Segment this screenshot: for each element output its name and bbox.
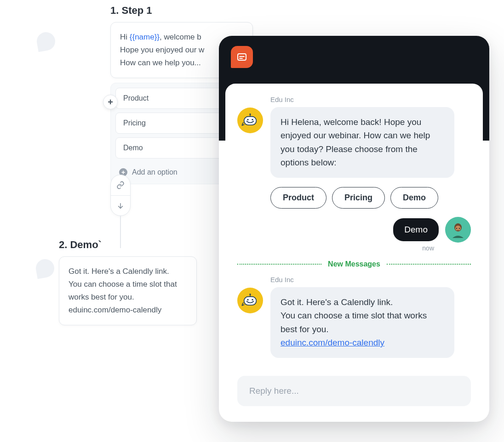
link-icon[interactable] [111,175,130,195]
message-timestamp: now [237,244,434,252]
user-message-row: Demo [237,217,471,243]
quick-reply-demo[interactable]: Demo [390,187,438,209]
step-2-l1: Got it. Here's a Calendly link. [69,267,169,276]
quick-reply-product[interactable]: Product [270,187,326,209]
divider-label: New Messages [328,260,380,268]
bot-message-bubble: Hi Helena, welcome back! Hope you enjoye… [270,107,454,178]
sender-label: Edu Inc [270,276,471,283]
step-2-message-card[interactable]: Got it. Here's a Calendly link. You can … [59,256,197,325]
bot-msg2-l2: You can choose a time slot that works be… [281,311,427,334]
flow-connector [110,175,131,248]
decor-blob [34,258,56,279]
bot-message-group: Edu Inc Got it. Here's a Calendly link. … [237,276,471,358]
reply-input[interactable] [249,386,459,396]
divider-line [237,264,321,265]
svg-point-7 [252,119,253,120]
bot-msg2-l1: Got it. Here's a Calendly link. [281,297,393,307]
bot-message-group: Edu Inc Hi Helena, welcome back! Hope yo… [237,96,471,178]
template-token-name: {{name}} [130,33,160,41]
reply-input-container [237,376,471,406]
step-2-l4: eduinc.com/demo-calendly [69,306,161,314]
user-message-bubble: Demo [393,218,439,241]
step-1-msg-l2: Hope you enjoyed our w [120,45,204,54]
add-option-label: Add an option [132,168,178,176]
sender-label: Edu Inc [270,96,471,103]
divider-line [387,264,471,265]
step-1-msg-prefix: Hi [120,33,130,41]
decor-blob [35,31,57,52]
brand-logo [231,46,253,68]
bot-avatar-icon [237,108,263,133]
svg-point-11 [456,228,457,229]
user-avatar [445,217,471,243]
arrow-down-icon[interactable] [111,195,130,215]
step-2-l3: works best for you. [69,293,134,301]
svg-point-17 [252,299,253,300]
bot-message-bubble: Got it. Here's a Calendly link. You can … [270,287,454,358]
calendly-link[interactable]: eduinc.com/demo-calendly [281,338,384,347]
bot-avatar-icon [237,288,263,313]
chat-widget: Edu Inc Hi Helena, welcome back! Hope yo… [219,36,489,422]
svg-point-14 [249,294,251,295]
step-2-title: 2. Demo` [59,239,197,251]
add-step-button[interactable]: + [103,95,118,109]
flow-step-2: 2. Demo` Got it. Here's a Calendly link.… [8,239,197,325]
svg-point-12 [459,228,460,229]
svg-rect-3 [244,117,257,125]
svg-point-16 [247,299,248,300]
quick-reply-pricing[interactable]: Pricing [332,187,385,209]
step-1-msg-l3: How can we help you... [120,58,201,67]
step-2-l2: You can choose a time slot that [69,280,177,289]
chat-body: Edu Inc Hi Helena, welcome back! Hope yo… [225,84,483,415]
new-messages-divider: New Messages [237,260,471,268]
step-1-title: 1. Step 1 [110,5,253,17]
quick-reply-chips: Product Pricing Demo [270,187,471,209]
svg-point-6 [247,119,248,120]
svg-rect-13 [244,296,257,305]
svg-point-10 [455,226,461,231]
step-1-msg-l1: , welcome b [160,33,201,41]
svg-point-4 [249,113,251,115]
